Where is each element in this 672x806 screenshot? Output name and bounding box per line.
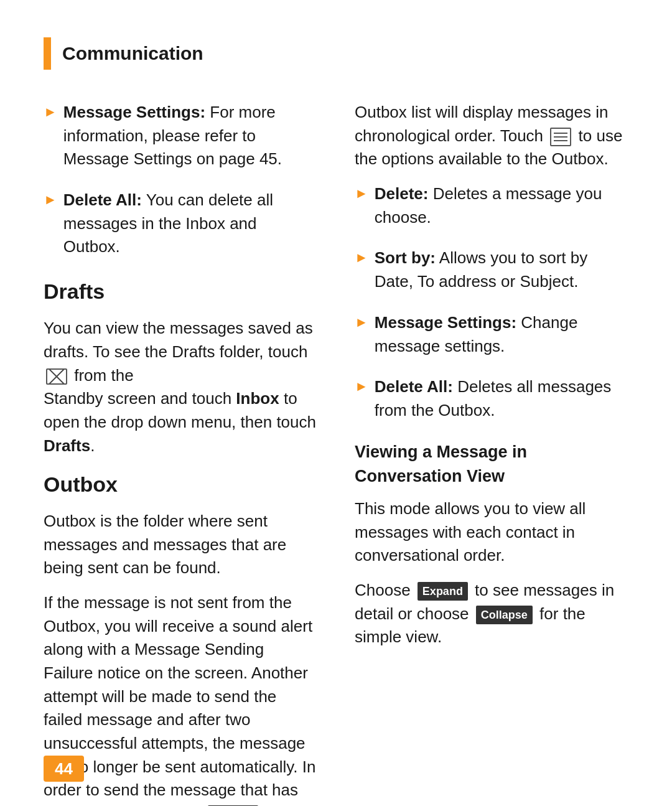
outbox-body2: If the message is not sent from the Outb… [44,591,317,806]
bullet-message-settings-text: Message Settings: For more information, … [63,101,317,171]
bullet-arrow-icon: ► [355,248,368,268]
bullet-message-settings: ► Message Settings: For more information… [44,101,317,171]
drafts-heading: Drafts [44,276,317,307]
conversation-body1: This mode allows you to view all message… [355,497,628,568]
left-column: ► Message Settings: For more information… [44,101,317,806]
bullet-arrow-icon: ► [44,190,57,210]
bullet-delete-all-text: Delete All: You can delete all messages … [63,189,317,259]
bullet-delete-all-inbox: ► Delete All: You can delete all message… [44,189,317,259]
bullet-message-settings-right-text: Message Settings: Change message setting… [375,311,628,358]
bullet-arrow-icon: ► [355,184,368,204]
bullet-arrow-icon: ► [355,312,368,332]
conversation-body2: Choose Expand to see messages in detail … [355,579,628,649]
outbox-heading: Outbox [44,469,317,500]
bullet-arrow-icon: ► [355,377,368,396]
page-number: 44 [44,756,84,782]
bullet-arrow-icon: ► [44,102,57,122]
right-column: Outbox list will display messages in chr… [355,101,628,806]
drafts-body: You can view the messages saved as draft… [44,317,317,457]
bullet-delete-all-outbox: ► Delete All: Deletes all messages from … [355,375,628,422]
outbox-continued-text: Outbox list will display messages in chr… [355,101,628,171]
bullet-message-settings-right: ► Message Settings: Change message setti… [355,311,628,358]
page-header: Communication [44,37,628,70]
bullet-sort-by-text: Sort by: Allows you to sort by Date, To … [375,246,628,293]
outbox-body1: Outbox is the folder where sent messages… [44,510,317,580]
envelope-icon [46,368,67,385]
orange-accent-bar [44,37,51,70]
collapse-button: Collapse [476,606,533,624]
menu-icon [550,128,571,146]
bullet-delete: ► Delete: Deletes a message you choose. [355,182,628,229]
expand-button: Expand [418,582,468,601]
conversation-view-heading: Viewing a Message in Conversation View [355,440,628,489]
bullet-delete-all-outbox-text: Delete All: Deletes all messages from th… [375,375,628,422]
page-footer: 44 [44,757,84,781]
content-columns: ► Message Settings: For more information… [44,101,628,806]
bullet-delete-text: Delete: Deletes a message you choose. [375,182,628,229]
page-title: Communication [62,40,203,67]
bullet-sort-by: ► Sort by: Allows you to sort by Date, T… [355,246,628,293]
